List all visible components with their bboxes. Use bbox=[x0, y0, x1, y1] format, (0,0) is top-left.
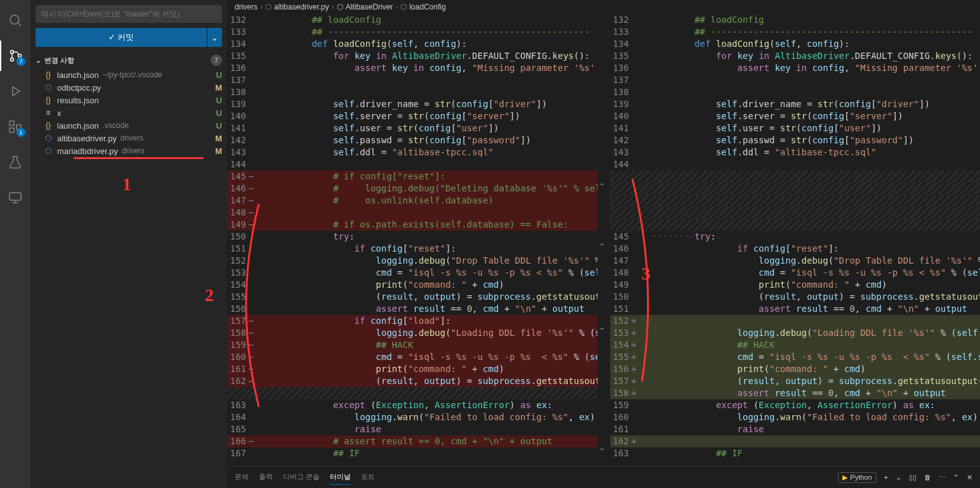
code-line[interactable]: 165 raise bbox=[227, 423, 598, 435]
code-line[interactable]: 152 logging.debug("Drop Table DDL file '… bbox=[227, 255, 598, 267]
panel-tab[interactable]: 터미널 bbox=[330, 470, 351, 485]
code-line[interactable]: 150 (result, output) = subprocess.getsta… bbox=[610, 291, 981, 303]
source-control-icon[interactable]: 7 bbox=[0, 41, 30, 71]
code-line[interactable]: 137 bbox=[610, 74, 981, 86]
diff-pane-left[interactable]: 132 ## loadConfig133 ## ----------------… bbox=[227, 14, 598, 466]
chevron-up-icon[interactable]: ⌃ bbox=[953, 473, 959, 482]
code-line[interactable]: 135 for key in AltibaseDriver.DEFAULT_CO… bbox=[610, 50, 981, 62]
file-item[interactable]: ≡xU bbox=[30, 106, 227, 119]
commit-button[interactable]: ✓ 커밋 bbox=[36, 28, 207, 47]
more-icon[interactable]: ⋯ bbox=[939, 473, 946, 482]
code-line[interactable]: 160 cmd = "isql -s %s -u %s -p %s < %s" … bbox=[227, 351, 598, 363]
code-line[interactable]: 145 # if config["reset"]: bbox=[227, 170, 598, 183]
code-line[interactable]: 142 self.passwd = str(config["password"]… bbox=[610, 134, 981, 146]
code-line[interactable]: 137 bbox=[227, 74, 598, 86]
panel-tab[interactable]: 디버그 콘솔 bbox=[283, 470, 320, 485]
file-item[interactable]: {}results.jsonU bbox=[30, 94, 227, 106]
code-line[interactable]: 158 assert result == 0, cmd + "\n" + out… bbox=[610, 387, 981, 399]
code-line[interactable]: 133 ## ---------------------------------… bbox=[227, 26, 598, 38]
code-line[interactable]: 136 assert key in config, "Missing param… bbox=[610, 62, 981, 74]
commit-message-input[interactable] bbox=[36, 5, 222, 23]
file-item[interactable]: {}launch.json~/py-tpcc/.vscodeU bbox=[30, 68, 227, 81]
code-line[interactable]: 134 def loadConfig(self, config): bbox=[227, 38, 598, 50]
code-line[interactable]: 163 except (Exception, AssertionError) a… bbox=[227, 399, 598, 411]
file-item[interactable]: {}launch.json.vscodeU bbox=[30, 119, 227, 132]
code-line[interactable]: 143 self.ddl = "altibase-tpcc.sql" bbox=[227, 146, 598, 158]
code-line[interactable]: 154 print("command: " + cmd) bbox=[227, 279, 598, 291]
code-line[interactable]: 151 if config["reset"]: bbox=[227, 243, 598, 255]
code-line[interactable]: 139 self.driver_name = str(config["drive… bbox=[227, 98, 598, 110]
code-line[interactable]: 155 cmd = "isql -s %s -u %s -p %s < %s" … bbox=[610, 351, 981, 363]
code-line[interactable]: 144 bbox=[227, 158, 598, 170]
code-line[interactable]: 138 bbox=[610, 86, 981, 98]
code-line[interactable]: 140 self.server = str(config["server"]) bbox=[610, 110, 981, 122]
code-line[interactable]: 148 bbox=[227, 207, 598, 219]
code-line[interactable]: 141 self.user = str(config["user"]) bbox=[227, 122, 598, 134]
panel-tab[interactable]: 문제 bbox=[235, 470, 249, 485]
add-terminal-icon[interactable]: + bbox=[884, 473, 888, 481]
code-line[interactable]: 143 self.ddl = "altibase-tpcc.sql" bbox=[610, 146, 981, 158]
code-line[interactable]: 141 self.user = str(config["user"]) bbox=[610, 122, 981, 134]
code-line[interactable]: 161 raise bbox=[610, 423, 981, 435]
code-line[interactable] bbox=[610, 183, 981, 195]
diff-pane-right[interactable]: 132 ## loadConfig133 ## ----------------… bbox=[610, 14, 981, 466]
code-line[interactable]: 155 (result, output) = subprocess.getsta… bbox=[227, 291, 598, 303]
code-line[interactable]: 153 cmd = "isql -s %s -u %s -p %s < %s" … bbox=[227, 267, 598, 279]
language-badge[interactable]: ▶Python bbox=[838, 472, 876, 483]
code-line[interactable]: 139 self.driver_name = str(config["drive… bbox=[610, 98, 981, 110]
code-line[interactable]: 149 # if os.path.exists(self.database) =… bbox=[227, 219, 598, 231]
code-line[interactable]: 152 bbox=[610, 315, 981, 327]
changes-section-header[interactable]: ⌄ 변경 사항 7 bbox=[30, 52, 227, 68]
file-item[interactable]: ⬡altibasedriver.pydriversM bbox=[30, 132, 227, 144]
code-line[interactable] bbox=[610, 207, 981, 219]
code-line[interactable] bbox=[610, 195, 981, 207]
code-line[interactable]: 167 ## IF bbox=[227, 447, 598, 459]
kill-terminal-icon[interactable]: 🗑 bbox=[924, 473, 931, 481]
terminal-dropdown-icon[interactable]: ⌄ bbox=[896, 473, 901, 482]
remote-icon[interactable] bbox=[0, 183, 30, 213]
code-line[interactable]: 145········try: bbox=[610, 231, 981, 243]
code-line[interactable]: 159 ## HACK bbox=[227, 339, 598, 351]
code-line[interactable]: 162 bbox=[610, 435, 981, 447]
code-line[interactable]: 151 assert result == 0, cmd + "\n" + out… bbox=[610, 303, 981, 315]
code-line[interactable]: 147 logging.debug("Drop Table DDL file '… bbox=[610, 255, 981, 267]
split-terminal-icon[interactable]: ▯▯ bbox=[909, 473, 917, 482]
extensions-icon[interactable]: 1 bbox=[0, 112, 30, 142]
code-line[interactable]: 138 bbox=[227, 86, 598, 98]
code-line[interactable]: 149 print("command: " + cmd) bbox=[610, 279, 981, 291]
code-line[interactable]: 164 logging.warn("Failed to load config:… bbox=[227, 411, 598, 423]
code-line[interactable]: 159 except (Exception, AssertionError) a… bbox=[610, 399, 981, 411]
debug-icon[interactable] bbox=[0, 76, 30, 106]
code-line[interactable]: 160 logging.warn("Failed to load config:… bbox=[610, 411, 981, 423]
code-line[interactable]: 156 assert result == 0, cmd + "\n" + out… bbox=[227, 303, 598, 315]
close-panel-icon[interactable]: ✕ bbox=[967, 473, 972, 482]
commit-dropdown[interactable]: ⌄ bbox=[207, 28, 222, 47]
code-line[interactable]: 144 bbox=[610, 158, 981, 170]
code-line[interactable]: 132 ## loadConfig bbox=[227, 14, 598, 26]
code-line[interactable]: 161 print("command: " + cmd) bbox=[227, 363, 598, 375]
code-line[interactable]: 158 logging.debug("Loading DDL file '%s'… bbox=[227, 327, 598, 339]
code-line[interactable]: 166 # assert result == 0, cmd + "\n" + o… bbox=[227, 435, 598, 447]
code-line[interactable]: 142 self.passwd = str(config["password"]… bbox=[227, 134, 598, 146]
breadcrumb[interactable]: drivers› ⬡altibasedriver.py› ⬡AltibaseDr… bbox=[227, 0, 980, 14]
search-icon[interactable] bbox=[0, 5, 30, 35]
code-line[interactable]: 148 cmd = "isql -s %s -u %s -p %s < %s" … bbox=[610, 267, 981, 279]
testing-icon[interactable] bbox=[0, 147, 30, 177]
code-line[interactable]: 150 try: bbox=[227, 231, 598, 243]
file-item[interactable]: ⬡odbctpcc.pyM bbox=[30, 81, 227, 94]
code-line[interactable]: 153 logging.debug("Loading DDL file '%s'… bbox=[610, 327, 981, 339]
code-line[interactable]: 146 # logging.debug("Deleting database '… bbox=[227, 183, 598, 195]
code-line[interactable]: 157 (result, output) = subprocess.getsta… bbox=[610, 375, 981, 387]
code-line[interactable] bbox=[610, 170, 981, 183]
code-line[interactable]: 146 if config["reset"]: bbox=[610, 243, 981, 255]
code-line[interactable]: 147 # os.unlink(self.database) bbox=[227, 195, 598, 207]
panel-tab[interactable]: 포트 bbox=[361, 470, 375, 485]
file-item[interactable]: ⬡mariadbdriver.pydriversM bbox=[30, 144, 227, 157]
code-line[interactable]: 156 print("command: " + cmd) bbox=[610, 363, 981, 375]
code-line[interactable]: 135 for key in AltibaseDriver.DEFAULT_CO… bbox=[227, 50, 598, 62]
code-line[interactable] bbox=[227, 387, 598, 399]
code-line[interactable]: 157 if config["load"]: bbox=[227, 315, 598, 327]
code-line[interactable]: 133 ## ---------------------------------… bbox=[610, 26, 981, 38]
code-line[interactable]: 134 def loadConfig(self, config): bbox=[610, 38, 981, 50]
code-line[interactable]: 162 (result, output) = subprocess.getsta… bbox=[227, 375, 598, 387]
